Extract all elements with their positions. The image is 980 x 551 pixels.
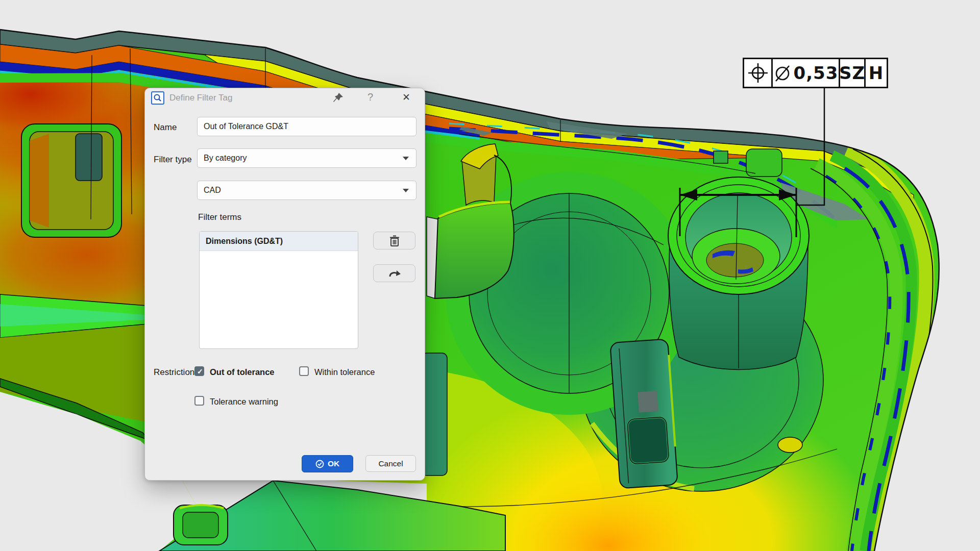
category-select[interactable]: CAD <box>197 181 416 200</box>
define-filter-tag-dialog: Define Filter Tag ? ✕ Name Filter type B… <box>144 88 425 481</box>
clip-tower-feature <box>610 339 678 488</box>
help-icon[interactable]: ? <box>368 91 373 103</box>
name-label: Name <box>154 122 177 133</box>
out-of-tolerance-label: Out of tolerance <box>210 367 275 377</box>
dialog-titlebar[interactable]: Define Filter Tag ? ✕ <box>145 88 425 109</box>
dialog-title: Define Filter Tag <box>169 93 232 103</box>
chevron-down-icon <box>403 189 409 192</box>
tolerance-zone: SZ <box>839 63 865 83</box>
pin-icon[interactable] <box>332 92 344 104</box>
tolerance-zone-cell: SZ <box>840 59 866 87</box>
redo-arrow-icon <box>388 268 401 279</box>
position-tolerance-icon <box>744 59 773 87</box>
restriction-label: Restriction <box>154 367 194 378</box>
tolerance-warning-checkbox[interactable] <box>194 396 204 406</box>
datum-reference: H <box>869 63 884 83</box>
tolerance-value-cell: 0,53 <box>773 59 840 87</box>
name-input[interactable] <box>198 117 416 136</box>
datum-cell: H <box>866 59 887 87</box>
apply-term-button[interactable] <box>373 264 415 282</box>
cancel-button[interactable]: Cancel <box>365 455 416 472</box>
filter-terms-label: Filter terms <box>198 212 241 222</box>
ok-check-icon <box>315 460 324 468</box>
trash-icon <box>389 235 400 247</box>
tolerance-value: 0,53 <box>794 63 839 83</box>
tolerance-warning-label: Tolerance warning <box>210 397 278 407</box>
name-field-wrap <box>197 117 416 136</box>
cylindrical-boss <box>668 177 809 369</box>
list-item-dimensions-gdt[interactable]: Dimensions (GD&T) <box>200 232 358 251</box>
diameter-symbol-icon <box>773 63 792 83</box>
filter-terms-listbox[interactable]: Dimensions (GD&T) <box>199 231 358 349</box>
filter-type-value: By category <box>198 154 403 163</box>
close-icon[interactable]: ✕ <box>402 91 410 103</box>
category-value: CAD <box>198 186 403 195</box>
chevron-down-icon <box>403 157 409 160</box>
ok-button[interactable]: OK <box>302 455 353 472</box>
filter-type-label: Filter type <box>154 155 192 165</box>
filter-tag-icon <box>151 91 164 105</box>
delete-term-button[interactable] <box>373 232 415 249</box>
gdt-annotation-frame[interactable]: 0,53 SZ H <box>743 58 888 88</box>
within-tolerance-label: Within tolerance <box>314 367 375 377</box>
within-tolerance-checkbox[interactable] <box>299 366 309 376</box>
filter-type-select[interactable]: By category <box>197 148 416 168</box>
out-of-tolerance-checkbox[interactable] <box>194 366 204 376</box>
